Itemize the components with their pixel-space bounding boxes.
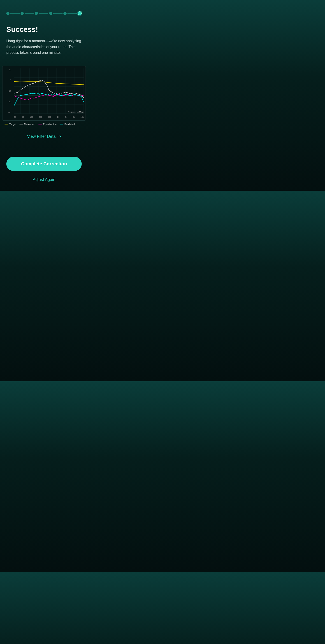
chart-legend: Target Measured Equalization Predicted bbox=[2, 120, 86, 126]
step-line-1 bbox=[10, 13, 20, 14]
chart-wrapper: 10 0 -10 -20 -30 bbox=[2, 66, 86, 120]
frequency-chart-container: 10 0 -10 -20 -30 bbox=[0, 66, 88, 126]
view-filter-link[interactable]: View Filter Detail > bbox=[27, 132, 61, 141]
success-description: Hang tight for a moment—we're now analyz… bbox=[6, 38, 82, 56]
x-label-100: 100 bbox=[29, 116, 33, 118]
bottom-section: Complete Correction Adjust Again bbox=[0, 148, 88, 191]
y-label-neg30: -30 bbox=[8, 111, 11, 114]
step-5 bbox=[63, 12, 67, 15]
y-label-10: 10 bbox=[9, 68, 11, 71]
complete-correction-button[interactable]: Complete Correction bbox=[6, 157, 82, 171]
success-title: Success! bbox=[6, 25, 82, 34]
x-label-8k: 8k bbox=[73, 116, 75, 118]
x-label-16k: 16k bbox=[80, 116, 84, 118]
legend-eq-label: Equalization bbox=[43, 123, 57, 126]
legend-predicted-color bbox=[60, 124, 63, 124]
x-label-1k: 1k bbox=[57, 116, 59, 118]
step-line-5 bbox=[67, 13, 77, 14]
step-line-3 bbox=[39, 13, 48, 14]
step-6-active bbox=[78, 11, 82, 15]
y-axis: 10 0 -10 -20 -30 bbox=[2, 68, 12, 114]
x-axis: 20 50 100 200 500 1k 2k 8k 16k bbox=[14, 116, 84, 118]
legend-measured-label: Measured bbox=[24, 123, 35, 126]
y-label-neg10: -10 bbox=[8, 90, 11, 92]
chart-freq-label: Frequency vs Magnitude bbox=[68, 111, 84, 113]
step-2 bbox=[20, 12, 24, 15]
x-label-2k: 2k bbox=[65, 116, 67, 118]
chart-svg: Frequency vs Magnitude bbox=[14, 68, 84, 114]
legend-measured-color bbox=[19, 124, 23, 124]
step-line-2 bbox=[24, 13, 34, 14]
legend-predicted-label: Predicted bbox=[64, 123, 75, 126]
legend-target-color bbox=[4, 124, 8, 124]
step-line-4 bbox=[53, 13, 62, 14]
legend-target: Target bbox=[4, 123, 16, 126]
x-label-50: 50 bbox=[22, 116, 24, 118]
legend-target-label: Target bbox=[9, 123, 16, 126]
x-label-20: 20 bbox=[14, 116, 16, 118]
legend-equalization: Equalization bbox=[38, 123, 57, 126]
legend-predicted: Predicted bbox=[60, 123, 75, 126]
x-label-200: 200 bbox=[39, 116, 42, 118]
x-label-500: 500 bbox=[48, 116, 51, 118]
step-3 bbox=[35, 12, 38, 15]
stepper bbox=[0, 0, 88, 20]
content-section: Success! Hang tight for a moment—we're n… bbox=[0, 20, 88, 59]
step-1 bbox=[6, 12, 9, 15]
step-4 bbox=[49, 12, 52, 15]
legend-measured: Measured bbox=[19, 123, 35, 126]
y-label-neg20: -20 bbox=[8, 100, 11, 103]
adjust-again-link[interactable]: Adjust Again bbox=[33, 176, 55, 184]
legend-eq-color bbox=[38, 124, 42, 124]
y-label-0: 0 bbox=[10, 79, 11, 81]
